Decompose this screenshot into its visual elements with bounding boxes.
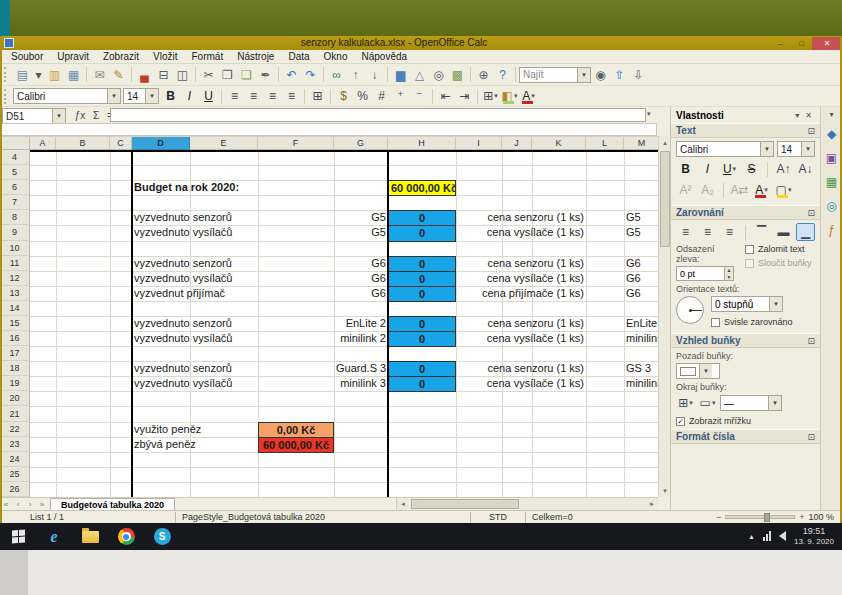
cell-G18[interactable]: Guard.S 3 xyxy=(334,361,388,377)
sidebar-close-icon[interactable]: ✕ xyxy=(802,111,815,120)
find-all-icon[interactable]: ◉ xyxy=(591,66,610,84)
chevron-down-icon[interactable]: ▾ xyxy=(52,109,65,123)
indent-spinner[interactable]: ▲▼ xyxy=(676,266,734,281)
menu-zobrazit[interactable]: Zobrazit xyxy=(96,50,146,64)
row-header-19[interactable]: 19 xyxy=(0,376,30,391)
font-size-combo[interactable]: ▾ xyxy=(123,88,159,104)
cell-D11[interactable]: vyzvednuto senzorů xyxy=(132,256,258,272)
increase-indent-icon[interactable]: ⇥ xyxy=(455,87,474,105)
selection-sum-field[interactable]: Celkem=0 xyxy=(525,512,665,523)
cell-M11[interactable]: G6 xyxy=(624,256,658,272)
edit-file-icon[interactable]: ✎ xyxy=(109,66,128,84)
cell-appearance-section-header[interactable]: Vzhled buňky ⊡ xyxy=(671,333,820,348)
text-dialog-launcher-icon[interactable]: ⊡ xyxy=(807,126,815,136)
vertical-scrollbar[interactable]: ▴ ▾ xyxy=(658,137,670,497)
standard-format-icon[interactable]: # xyxy=(372,87,391,105)
cell-G13[interactable]: G6 xyxy=(334,286,388,302)
chart-icon[interactable]: ▆ xyxy=(391,66,410,84)
cell-D18[interactable]: vyzvednuto senzorů xyxy=(132,361,258,377)
italic-icon[interactable]: I xyxy=(180,87,199,105)
align-right-icon[interactable]: ≡ xyxy=(263,87,282,105)
align-center-icon[interactable]: ≡ xyxy=(698,223,717,241)
cell-M15[interactable]: EnLite 2 xyxy=(624,316,658,332)
row-header-20[interactable]: 20 xyxy=(0,391,30,406)
row-header-11[interactable]: 11 xyxy=(0,256,30,271)
cell-D12[interactable]: vyzvednuto vysílačů xyxy=(132,271,258,287)
chevron-down-icon[interactable]: ▾ xyxy=(801,142,814,156)
sidebar-font-color-icon[interactable]: A▾ xyxy=(752,181,771,199)
chevron-down-icon[interactable]: ▾ xyxy=(768,396,781,410)
align-center-icon[interactable]: ≡ xyxy=(244,87,263,105)
column-header-G[interactable]: G xyxy=(334,137,388,150)
align-justify-icon[interactable]: ≡ xyxy=(282,87,301,105)
print-icon[interactable]: ⊟ xyxy=(154,66,173,84)
styles-deck-icon[interactable]: ▣ xyxy=(822,149,842,167)
cell-D23[interactable]: zbývá peněz xyxy=(132,437,258,453)
degrees-combo[interactable]: 0 stupňů ▾ xyxy=(711,296,783,312)
save-icon[interactable]: ▦ xyxy=(64,66,83,84)
column-header-A[interactable]: A xyxy=(30,137,56,150)
formula-input-line2[interactable] xyxy=(1,123,657,136)
column-header-F[interactable]: F xyxy=(258,137,334,150)
sheet-tab-active[interactable]: Budgetová tabulka 2020 xyxy=(50,498,175,511)
font-name-combo[interactable]: ▾ xyxy=(13,88,121,104)
sidebar-menu-icon[interactable]: ▾ xyxy=(792,111,802,120)
align-left-icon[interactable]: ≡ xyxy=(225,87,244,105)
sidebar-font-size-input[interactable] xyxy=(778,144,801,155)
row-header-5[interactable]: 5 xyxy=(0,165,30,180)
row-header-7[interactable]: 7 xyxy=(0,195,30,210)
sidebar-strikethrough-icon[interactable]: S xyxy=(742,160,761,178)
borders-icon[interactable]: ⊞▾ xyxy=(481,87,500,105)
column-header-M[interactable]: M xyxy=(624,137,658,150)
sort-ascending-icon[interactable]: ↑ xyxy=(346,66,365,84)
file-explorer-icon[interactable] xyxy=(72,523,108,550)
hyperlink-icon[interactable]: ∞ xyxy=(327,66,346,84)
cell-appearance-dialog-launcher-icon[interactable]: ⊡ xyxy=(807,336,815,346)
cell-I11[interactable]: cena senzoru (1 ks) xyxy=(456,256,586,272)
menu-napoveda[interactable]: Nápověda xyxy=(354,50,414,64)
cell-reference-input[interactable] xyxy=(3,111,52,122)
border-line-style-icon[interactable]: ▭▾ xyxy=(698,394,717,412)
align-bottom-icon[interactable]: ▁ xyxy=(796,223,815,241)
text-orientation-dial[interactable] xyxy=(676,296,704,324)
cell-D6[interactable]: Budget na rok 2020: xyxy=(132,180,258,196)
search-box[interactable]: ▾ xyxy=(519,67,591,83)
chevron-down-icon[interactable]: ▾ xyxy=(107,89,120,103)
paste-icon[interactable]: ❏ xyxy=(237,66,256,84)
network-icon[interactable] xyxy=(763,531,771,541)
cell-H16[interactable]: 0 xyxy=(388,331,456,347)
wrap-text-checkbox[interactable]: Zalomit text xyxy=(745,244,815,254)
open-icon[interactable]: ▥ xyxy=(45,66,64,84)
cell-M19[interactable]: minilink 3 xyxy=(624,376,658,392)
cell-I15[interactable]: cena senzoru (1 ks) xyxy=(456,316,586,332)
skype-icon[interactable]: S xyxy=(144,523,180,550)
column-header-K[interactable]: K xyxy=(532,137,586,150)
row-header-16[interactable]: 16 xyxy=(0,331,30,346)
name-box[interactable]: ▾ xyxy=(2,108,66,124)
row-header-6[interactable]: 6 xyxy=(0,180,30,195)
cell-H12[interactable]: 0 xyxy=(388,271,456,287)
row-header-15[interactable]: 15 xyxy=(0,316,30,331)
cell-H18[interactable]: 0 xyxy=(388,361,456,377)
row-header-24[interactable]: 24 xyxy=(0,452,30,467)
number-format-dialog-launcher-icon[interactable]: ⊡ xyxy=(807,432,815,442)
sidebar-font-name-combo[interactable]: ▾ xyxy=(676,141,774,157)
menu-format[interactable]: Formát xyxy=(185,50,231,64)
cell-H19[interactable]: 0 xyxy=(388,376,456,392)
gallery-icon[interactable]: ▩ xyxy=(448,66,467,84)
minimize-button[interactable]: – xyxy=(770,37,791,50)
merge-cells-icon[interactable]: ⊞ xyxy=(308,87,327,105)
last-sheet-icon[interactable]: » xyxy=(36,498,48,510)
close-button[interactable]: ✕ xyxy=(812,37,842,50)
cell-D15[interactable]: vyzvednuto senzorů xyxy=(132,316,258,332)
internet-explorer-icon[interactable]: e xyxy=(36,523,72,550)
cell-M12[interactable]: G6 xyxy=(624,271,658,287)
cell-background-color-picker[interactable]: ▾ xyxy=(676,363,720,379)
menu-soubor[interactable]: Soubor xyxy=(4,50,50,64)
row-header-18[interactable]: 18 xyxy=(0,361,30,376)
cell-I19[interactable]: cena vysílače (1 ks) xyxy=(456,376,586,392)
bold-icon[interactable]: B xyxy=(161,87,180,105)
cell-I12[interactable]: cena vysílače (1 ks) xyxy=(456,271,586,287)
vertical-align-checkbox[interactable]: Svisle zarovnáno xyxy=(711,317,815,327)
column-header-B[interactable]: B xyxy=(56,137,110,150)
